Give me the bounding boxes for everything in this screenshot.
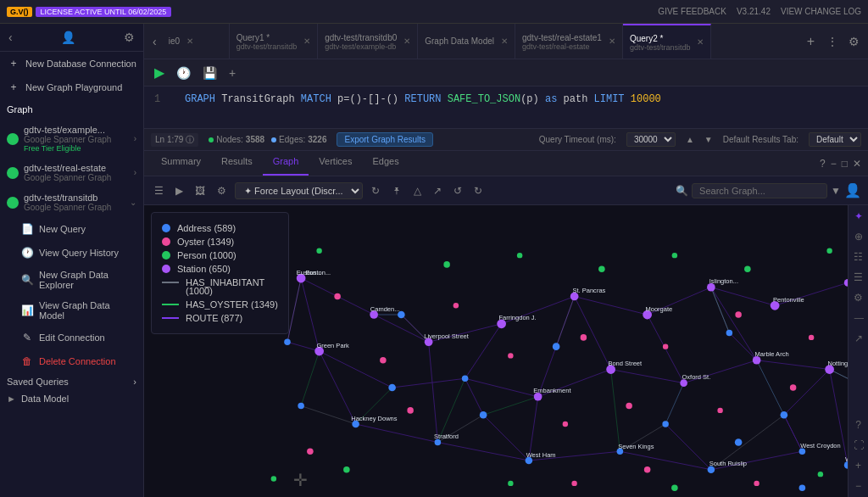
view-changelog-link[interactable]: VIEW CHANGE LOG	[781, 7, 861, 16]
svg-text:Marble Arch: Marble Arch	[754, 350, 788, 358]
add-tab-button[interactable]: +	[225, 64, 239, 81]
sidebar-item-view-history[interactable]: 🕐 View Query History	[0, 241, 143, 265]
tab-query2-close[interactable]: ✕	[697, 37, 704, 47]
result-tab-summary[interactable]: Summary	[151, 151, 211, 176]
main-layout: ‹ 👤 ⚙ + New Database Connection + New Gr…	[0, 24, 868, 497]
sidebar-item-data-model[interactable]: 📊 View Graph Data Model	[0, 295, 143, 326]
tab-add-button[interactable]: +	[800, 31, 821, 53]
sidebar-saved-queries[interactable]: Saved Queries ›	[0, 373, 143, 390]
svg-text:Islington...: Islington...	[709, 277, 738, 285]
tab-transitdb0-label: gdtv-test/transitdb0	[325, 33, 397, 42]
zoom-in-icon[interactable]: +	[854, 458, 863, 473]
help-circle-icon[interactable]: ?	[854, 417, 863, 433]
sidebar-item-gdtv-real-estate[interactable]: gdtv-test/real-estate Google Spanner Gra…	[0, 158, 143, 187]
editor-area[interactable]: 1 GRAPH TransitGraph MATCH p=()-[]-() RE…	[144, 87, 868, 129]
sidebar-item-gdtv-transitdb[interactable]: gdtv-test/transitdb Google Spanner Graph…	[0, 187, 143, 217]
tab-query2[interactable]: Query2 * gdtv-test/transitdb ✕	[623, 24, 712, 59]
search-options-icon[interactable]: ▼	[831, 185, 841, 197]
up-arrow[interactable]: ▲	[686, 135, 694, 144]
graph-list-btn[interactable]: ▶	[172, 183, 186, 198]
graph-refresh-btn[interactable]: ↻	[368, 183, 383, 198]
svg-point-111	[626, 403, 632, 410]
editor-code: GRAPH TransitGraph MATCH p=()-[]-() RETU…	[185, 93, 661, 105]
sidebar-item-new-query[interactable]: 📄 New Query	[0, 217, 143, 241]
add-db-icon: +	[7, 57, 20, 70]
location-icon[interactable]: ⊕	[853, 229, 865, 244]
transitdb-label: gdtv-test/transitdb	[24, 193, 125, 203]
sidebar-data-model[interactable]: ► Data Model	[0, 390, 143, 407]
help-icon[interactable]: ?	[820, 158, 826, 170]
data-model-expand-label: Data Model	[21, 394, 69, 404]
sidebar-back-btn[interactable]: ‹	[7, 29, 14, 46]
saved-queries-label: Saved Queries	[7, 377, 69, 387]
sidebar-item-new-db[interactable]: + New Database Connection	[0, 52, 143, 75]
sidebar-user-icon[interactable]: 👤	[59, 29, 77, 46]
graph-hierarchy-btn[interactable]: △	[410, 183, 425, 198]
close-panel-icon[interactable]: ✕	[853, 158, 861, 170]
graph-undo-btn[interactable]: ↺	[450, 183, 465, 198]
compass[interactable]: ✛	[293, 470, 308, 490]
graph-user-icon[interactable]: 👤	[844, 182, 861, 198]
svg-text:Euston...: Euston...	[297, 269, 322, 276]
result-tab-edges[interactable]: Edges	[362, 151, 409, 176]
tab-ie0-close[interactable]: ✕	[186, 36, 193, 46]
graph-filter-btn[interactable]: ☰	[151, 183, 167, 198]
settings-icon[interactable]: ⚙	[852, 290, 865, 305]
tab-transitdb0[interactable]: gdtv-test/transitdb0 gdtv-test/example-d…	[318, 24, 418, 59]
graph-pin-btn[interactable]: 🖈	[388, 183, 405, 198]
graph-image-btn[interactable]: 🖼	[192, 183, 209, 198]
sidebar-item-delete-connection[interactable]: 🗑 Delete Connection	[0, 349, 143, 373]
svg-line-56	[287, 278, 301, 342]
edges-label: Edges:	[279, 135, 305, 144]
svg-point-84	[726, 330, 733, 337]
sidebar-item-new-playground[interactable]: + New Graph Playground	[0, 75, 143, 99]
sidebar-item-data-explorer[interactable]: 🔍 New Graph Data Explorer	[0, 265, 143, 295]
sidebar-item-gdtv-example[interactable]: gdtv-test/example... Google Spanner Grap…	[0, 120, 143, 158]
graph-stats: Nodes: 3588 Edges: 3226	[209, 135, 326, 144]
minimize-icon[interactable]: −	[831, 158, 837, 170]
tab-real-estate1[interactable]: gdtv-test/real-estate1 gdtv-test/real-es…	[515, 24, 623, 59]
filter-icon[interactable]: ☰	[852, 270, 865, 285]
tab-real-estate1-close[interactable]: ✕	[609, 36, 615, 46]
timeout-select[interactable]: 30000	[626, 132, 676, 147]
zoom-out-icon[interactable]: −	[854, 478, 863, 494]
tab-ie0[interactable]: ie0 ✕	[162, 24, 230, 59]
tab-nav-back[interactable]: ‹	[147, 31, 162, 52]
save-button[interactable]: 💾	[199, 64, 220, 81]
result-tab-vertices[interactable]: Vertices	[309, 151, 362, 176]
share-icon[interactable]: ↗	[853, 331, 865, 346]
fullscreen-icon[interactable]: ⛶	[852, 438, 865, 453]
history-button[interactable]: 🕐	[173, 64, 194, 81]
sidebar-item-edit-connection[interactable]: ✎ Edit Connection	[0, 326, 143, 349]
layout-select[interactable]: ✦ Force Layout (Discr...	[235, 182, 363, 199]
view-history-label: View Query History	[39, 248, 119, 258]
legend-has-oyster-line	[162, 304, 179, 305]
graph-redo-btn[interactable]: ↻	[470, 183, 486, 198]
graph-search-input[interactable]	[692, 183, 827, 198]
svg-text:South Ruislip: South Ruislip	[709, 460, 747, 467]
tab-settings-button[interactable]: ⚙	[843, 31, 865, 52]
result-tab-results[interactable]: Results	[211, 151, 263, 176]
maximize-icon[interactable]: □	[842, 158, 848, 170]
layers-icon[interactable]: ⸻	[852, 310, 865, 326]
tab-graph-data-model-close[interactable]: ✕	[501, 36, 508, 46]
connection-active-icon	[7, 133, 19, 145]
give-feedback-link[interactable]: GIVE FEEDBACK	[658, 7, 726, 16]
result-tab-graph[interactable]: Graph	[263, 151, 309, 176]
down-arrow[interactable]: ▼	[704, 135, 713, 144]
sidebar-settings-icon[interactable]: ⚙	[122, 29, 136, 46]
export-graph-button[interactable]: Export Graph Results	[337, 132, 433, 147]
tab-transitdb0-close[interactable]: ✕	[403, 36, 410, 46]
tab-more-button[interactable]: ⋮	[821, 31, 843, 52]
table-icon[interactable]: ☷	[852, 249, 865, 265]
cursor-tool-icon[interactable]: ✦	[853, 209, 865, 224]
results-tab-select[interactable]: Default	[809, 132, 861, 147]
graph-export-btn[interactable]: ↗	[430, 183, 445, 198]
tab-query1[interactable]: Query1 * gdtv-test/transitdb ✕	[230, 24, 319, 59]
svg-point-98	[298, 403, 304, 410]
tab-query1-close[interactable]: ✕	[303, 36, 310, 46]
tab-graph-data-model[interactable]: Graph Data Model ✕	[418, 24, 515, 59]
svg-line-37	[729, 333, 756, 360]
graph-settings-btn[interactable]: ⚙	[214, 183, 230, 198]
run-query-button[interactable]: ▶	[151, 63, 168, 82]
